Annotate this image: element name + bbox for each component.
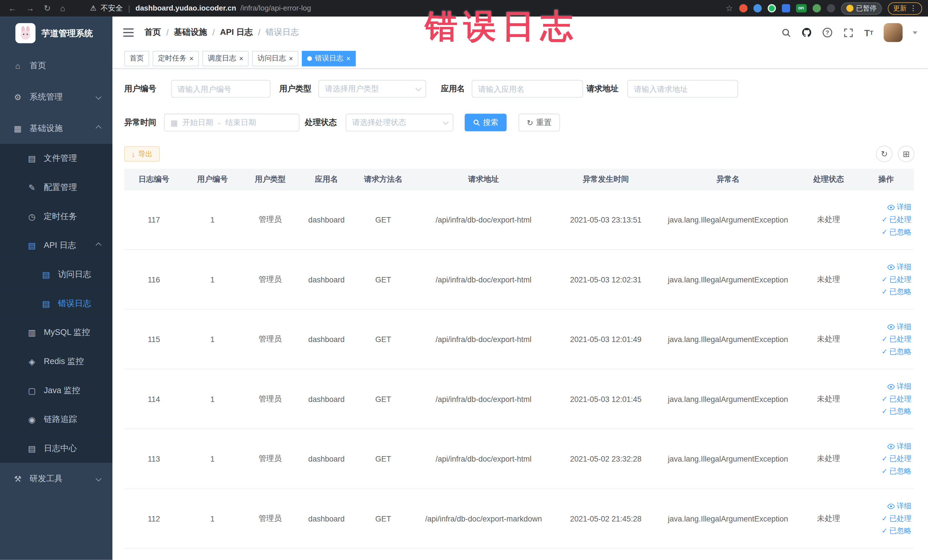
avatar-caret-icon[interactable] [913,31,917,34]
cell-exception: java.lang.IllegalArgumentException [657,454,799,463]
app-logo[interactable]: 芋道管理系统 [0,17,112,50]
sidebar-item-label: 首页 [30,60,46,71]
sidebar-item-home[interactable]: ⌂ 首页 [0,50,112,81]
close-icon[interactable]: × [239,55,243,62]
search-icon[interactable] [780,26,792,38]
sidebar: 芋道管理系统 ⌂ 首页 ⚙ 系统管理 ▦ 基础设施 ▤ 文件管理 ✎ [0,17,112,560]
user-type-select[interactable]: 请选择用户类型 [318,80,426,98]
help-icon[interactable]: ? [821,26,833,38]
processed-link[interactable]: ✓已处理 [882,215,911,224]
sidebar-item-infrastructure[interactable]: ▦ 基础设施 [0,112,112,144]
mysql-icon: ▥ [27,328,37,337]
cell-user-type: 管理员 [241,513,299,524]
tab-scheduled-tasks[interactable]: 定时任务 × [153,50,199,66]
sidebar-item-java-monitor[interactable]: ▢ Java 监控 [0,376,112,405]
devtools-icon: ⚒ [13,474,23,483]
reset-button[interactable]: ↻ 重置 [518,113,560,131]
refresh-table-button[interactable]: ↻ [876,145,893,162]
sidebar-item-system[interactable]: ⚙ 系统管理 [0,81,112,112]
sidebar-item-label: 访问日志 [58,269,91,279]
tab-label: 访问日志 [258,53,286,63]
tab-label: 首页 [130,53,144,63]
extension-icon[interactable] [768,4,776,12]
cell-user-id: 1 [183,335,241,343]
close-icon[interactable]: × [289,55,293,62]
extension-icon[interactable] [781,4,790,12]
tab-access-logs[interactable]: 访问日志 × [252,50,298,66]
ignored-link[interactable]: ✓已忽略 [882,287,911,297]
ignored-link[interactable]: ✓已忽略 [882,346,911,357]
detail-link[interactable]: 详细 [887,262,911,272]
extension-icon[interactable] [753,4,762,12]
tab-home[interactable]: 首页 [124,50,149,66]
user-avatar[interactable] [884,23,903,42]
ignored-link[interactable]: ✓已忽略 [882,406,911,416]
sidebar-item-api-logs[interactable]: ▤ API 日志 [0,231,112,260]
tab-dispatch-logs[interactable]: 调度日志 × [203,50,249,66]
sidebar-item-scheduled-tasks[interactable]: ◷ 定时任务 [0,202,112,231]
ignored-link[interactable]: ✓已忽略 [882,466,911,476]
breadcrumb-item[interactable]: 基础设施 [174,27,207,38]
forward-icon[interactable]: → [26,3,34,13]
sidebar-item-label: 研发工具 [30,473,63,484]
close-icon[interactable]: × [189,55,194,62]
sidebar-item-log-center[interactable]: ▤ 日志中心 [0,434,112,463]
sidebar-item-devtools[interactable]: ⚒ 研发工具 [0,463,112,494]
sidebar-item-file-management[interactable]: ▤ 文件管理 [0,144,112,173]
processed-link[interactable]: ✓已处理 [882,275,911,284]
calendar-icon: ▦ [171,118,178,127]
check-icon: ✓ [882,455,887,463]
url-host: dashboard.yudao.iocoder.cn [136,4,236,12]
processed-link[interactable]: ✓已处理 [882,453,911,464]
column-settings-button[interactable]: ⊞ [898,145,914,162]
detail-link-label: 详细 [897,501,911,511]
sidebar-collapse-icon[interactable] [123,29,134,37]
back-icon[interactable]: ← [8,3,17,13]
sidebar-item-error-logs[interactable]: ▤ 错误日志 [0,289,112,318]
export-button[interactable]: ↓ 导出 [124,146,159,162]
fullscreen-icon[interactable] [842,26,854,38]
process-status-select[interactable]: 请选择处理状态 [346,113,453,131]
browser-update-button[interactable]: 更新 ⋮ [888,2,922,15]
detail-link[interactable]: 详细 [887,501,911,511]
extension-pin-icon[interactable] [826,4,835,12]
extension-icon[interactable] [739,4,747,12]
detail-link[interactable]: 详细 [887,202,911,212]
ignored-link[interactable]: ✓已忽略 [882,227,911,237]
github-icon[interactable] [801,26,812,38]
tab-error-logs[interactable]: 错误日志 × [302,50,356,66]
reload-icon[interactable]: ↻ [44,3,51,13]
ignored-link-label: 已忽略 [889,406,911,416]
cell-status: 未处理 [799,214,858,225]
paused-badge[interactable]: 已暂停 [841,2,882,15]
detail-link[interactable]: 详细 [887,381,911,391]
app-name-input[interactable] [472,80,583,98]
processed-link[interactable]: ✓已处理 [882,514,911,523]
detail-link[interactable]: 详细 [887,322,911,332]
sidebar-item-config-management[interactable]: ✎ 配置管理 [0,173,112,202]
breadcrumb-item[interactable]: 首页 [144,27,161,38]
home-icon[interactable]: ⌂ [60,3,65,13]
date-range-separator: - [218,118,221,127]
bookmark-star-icon[interactable]: ☆ [725,3,733,13]
sidebar-item-mysql-monitor[interactable]: ▥ MySQL 监控 [0,318,112,347]
sidebar-item-redis-monitor[interactable]: ◈ Redis 监控 [0,347,112,376]
address-bar[interactable]: ⚠ 不安全 | dashboard.yudao.iocoder.cn/infra… [90,3,726,13]
ignored-link[interactable]: ✓已忽略 [882,526,911,536]
date-range-picker[interactable]: ▦ 开始日期 - 结束日期 [164,113,299,131]
user-id-input[interactable] [171,80,271,98]
processed-link[interactable]: ✓已处理 [882,394,911,404]
extension-on-badge[interactable]: on [796,4,806,12]
font-size-icon[interactable]: TT [863,26,875,38]
sidebar-item-label: 基础设施 [30,123,63,134]
close-icon[interactable]: × [346,55,351,62]
breadcrumb-item[interactable]: API 日志 [220,27,253,38]
detail-link[interactable]: 详细 [887,441,911,451]
search-button[interactable]: 搜索 [465,113,507,131]
processed-link[interactable]: ✓已处理 [882,334,911,344]
sidebar-item-trace[interactable]: ◉ 链路追踪 [0,405,112,434]
check-icon: ✓ [882,526,887,535]
sidebar-item-access-logs[interactable]: ▤ 访问日志 [0,260,112,289]
request-url-input[interactable] [627,80,738,98]
extension-leaf-icon[interactable] [812,4,821,12]
